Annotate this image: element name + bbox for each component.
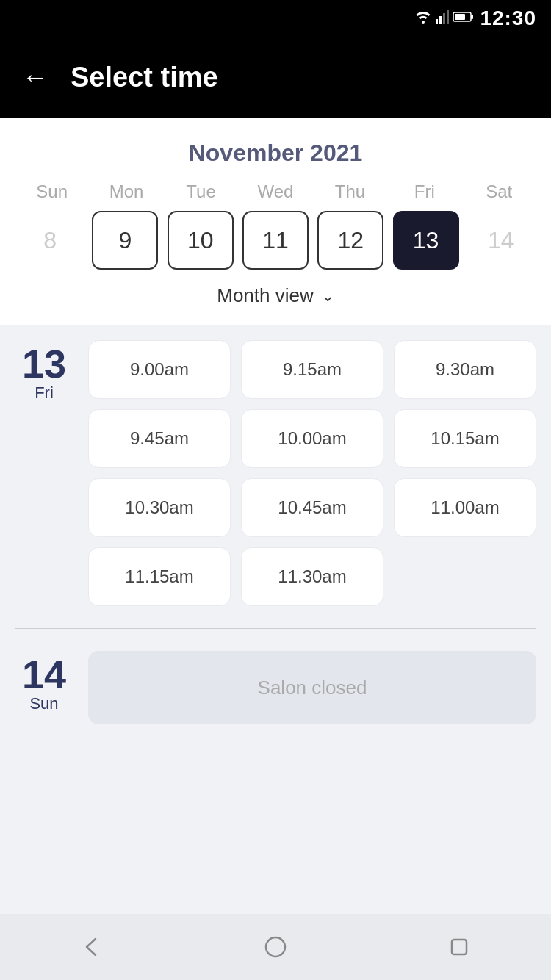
slot-900am[interactable]: 9.00am [88, 340, 231, 399]
status-bar: 12:30 [0, 0, 551, 37]
slot-915am[interactable]: 9.15am [241, 340, 383, 399]
salon-closed-block: Salon closed [88, 651, 536, 724]
weekday-row: Sun Mon Tue Wed Thu Fri Sat [15, 181, 536, 202]
day-9[interactable]: 9 [92, 211, 158, 270]
weekday-wed: Wed [238, 181, 312, 202]
status-time: 12:30 [480, 7, 536, 30]
page-title: Select time [71, 62, 218, 93]
wifi-icon [415, 10, 431, 26]
slot-945am[interactable]: 9.45am [88, 409, 231, 468]
nav-back-button[interactable] [73, 929, 110, 965]
days-row: 8 9 10 11 12 13 14 [15, 211, 536, 270]
day-12[interactable]: 12 [317, 211, 383, 270]
svg-rect-8 [452, 940, 467, 954]
svg-rect-1 [439, 16, 442, 24]
header: ← Select time [0, 37, 551, 118]
day-14-name: Sun [29, 694, 58, 713]
month-view-label: Month view [217, 284, 314, 307]
divider [15, 628, 536, 629]
salon-closed-label: Salon closed [258, 677, 367, 699]
day-14-label: 14 Sun [15, 651, 73, 724]
month-view-toggle[interactable]: Month view ⌄ [15, 284, 536, 311]
day-14-number: 14 [22, 655, 66, 694]
svg-rect-0 [436, 19, 438, 24]
weekday-sat: Sat [462, 181, 536, 202]
weekday-fri: Fri [387, 181, 461, 202]
weekday-sun: Sun [15, 181, 89, 202]
svg-rect-2 [443, 13, 445, 24]
chevron-down-icon: ⌄ [321, 287, 334, 306]
svg-point-7 [266, 937, 285, 956]
weekday-mon: Mon [89, 181, 163, 202]
slot-1015am[interactable]: 10.15am [394, 409, 536, 468]
day-13-slots-grid: 9.00am 9.15am 9.30am 9.45am 10.00am 10.1… [88, 340, 536, 606]
nav-home-button[interactable] [257, 929, 294, 965]
slot-1045am[interactable]: 10.45am [241, 478, 383, 537]
slot-1030am[interactable]: 10.30am [88, 478, 231, 537]
nav-recent-button[interactable] [441, 929, 478, 965]
calendar-section: November 2021 Sun Mon Tue Wed Thu Fri Sa… [0, 118, 551, 325]
day-8[interactable]: 8 [17, 211, 83, 270]
day-13-block: 13 Fri 9.00am 9.15am 9.30am 9.45am 10.00… [15, 340, 536, 606]
day-13[interactable]: 13 [393, 211, 459, 270]
status-icons [415, 10, 474, 26]
day-14[interactable]: 14 [468, 211, 534, 270]
svg-rect-3 [447, 10, 449, 24]
day-11[interactable]: 11 [242, 211, 309, 270]
day-13-label: 13 Fri [15, 340, 73, 606]
slot-930am[interactable]: 9.30am [394, 340, 536, 399]
signal-icon [436, 10, 449, 26]
day-13-number: 13 [22, 344, 66, 383]
svg-rect-6 [455, 14, 465, 20]
slot-1130am[interactable]: 11.30am [241, 547, 383, 606]
weekday-thu: Thu [313, 181, 387, 202]
svg-rect-5 [471, 15, 473, 19]
day-10[interactable]: 10 [168, 211, 234, 270]
back-button[interactable]: ← [22, 64, 48, 90]
slot-1100am[interactable]: 11.00am [394, 478, 536, 537]
bottom-nav [0, 914, 551, 980]
slot-1000am[interactable]: 10.00am [241, 409, 383, 468]
month-year-label: November 2021 [15, 140, 536, 167]
day-14-block: 14 Sun Salon closed [15, 651, 536, 724]
day-13-name: Fri [35, 383, 54, 403]
weekday-tue: Tue [164, 181, 238, 202]
slot-1115am[interactable]: 11.15am [88, 547, 231, 606]
time-slots-section: 13 Fri 9.00am 9.15am 9.30am 9.45am 10.00… [0, 325, 551, 761]
battery-icon [453, 11, 474, 26]
